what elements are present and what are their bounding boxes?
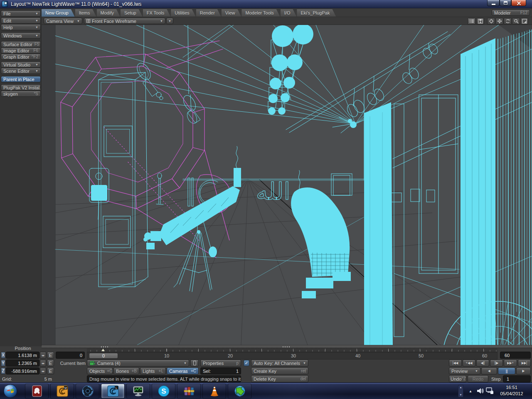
pan-view-button[interactable] (495, 18, 503, 25)
x-envelope-button[interactable]: E (47, 352, 54, 359)
undo-button[interactable]: Undo ^Z (449, 375, 466, 382)
play-forward-button[interactable]: ▶ (516, 367, 531, 374)
sidebar-item-image-editor[interactable]: Image EditorF6 (1, 47, 41, 54)
taskbar-app-system-monitor[interactable] (126, 384, 150, 399)
redo-button[interactable]: Redo (468, 375, 488, 382)
timeline[interactable]: 10 20 30 40 50 60 0 (87, 348, 498, 360)
sidebar-item-scene-editor[interactable]: Scene Editor▼ (1, 68, 41, 74)
center-view-button[interactable] (487, 18, 495, 25)
tab-setup[interactable]: Setup (121, 9, 143, 17)
z-axis-button[interactable]: Z (1, 367, 5, 374)
sidebar-item-virtual-studio[interactable]: Virtual Studio▼ (1, 62, 41, 68)
lights-button[interactable]: Lights+L (140, 367, 166, 374)
z-value-field[interactable]: -588.916mm (6, 367, 39, 374)
bones-button[interactable]: Bones+B (113, 367, 139, 374)
next-frame-button[interactable]: ||▶ (490, 360, 503, 367)
show-hidden-icons-button[interactable]: ▲ (466, 387, 475, 395)
sidebar-item-plugpak-install[interactable]: PlugPak V2 Instal... (1, 84, 41, 91)
x-axis-button[interactable]: X (1, 352, 5, 359)
timeline-scrub-handle[interactable]: 0 (89, 353, 118, 359)
tick-label: 50 (419, 352, 424, 359)
start-button[interactable] (2, 383, 18, 399)
lightwave-layout-window: Layout™ NewTek LightWave™ 11.0 (Win64) -… (0, 0, 532, 399)
taskbar-app-screen-recorder[interactable] (76, 384, 99, 399)
maximize-button[interactable] (500, 0, 511, 6)
network-icon[interactable] (485, 387, 494, 395)
volume-icon[interactable] (476, 387, 484, 395)
tray-clock[interactable]: 16:51 05/04/2012 (494, 384, 530, 397)
skygen-shortcut: *S (34, 91, 38, 96)
properties-button[interactable]: Properties p (200, 360, 241, 367)
tab-modeler-tools[interactable]: Modeler Tools (241, 9, 280, 17)
item-list-toggle-button[interactable] (190, 360, 199, 367)
viewport-save-button[interactable] (476, 18, 484, 25)
tab-io[interactable]: I/O (281, 9, 297, 17)
tab-view[interactable]: View (222, 9, 241, 17)
lightwave-app-icon[interactable] (2, 1, 8, 7)
menu-file[interactable]: File▼ (1, 10, 41, 17)
tab-new-group[interactable]: New Group (42, 9, 75, 17)
previous-key-button[interactable]: +◀◀ (463, 360, 475, 367)
rotate-view-button[interactable] (504, 18, 512, 25)
taskbar-app-vlc[interactable] (202, 384, 226, 399)
close-button[interactable] (511, 0, 526, 6)
minimize-button[interactable] (487, 0, 500, 6)
x-spinner[interactable]: ◀▶ (40, 352, 46, 359)
y-value-field[interactable]: 1.2365 m (6, 360, 39, 367)
tab-items[interactable]: Items (75, 9, 96, 17)
sidebar-item-surface-editor[interactable]: Surface EditorF5 (1, 41, 41, 47)
modeler-button[interactable]: Modeler F12 (492, 10, 530, 16)
sidebar-item-skygen[interactable]: skygen*S (1, 91, 41, 97)
z-spinner[interactable]: ◀▶ (40, 367, 46, 374)
next-key-button[interactable]: ▶▶+ (504, 360, 517, 367)
delete-key-button[interactable]: Delete Key del (251, 375, 308, 382)
timeline-track[interactable]: 10 20 30 40 50 60 0 (87, 352, 498, 360)
taskbar-app-lightwave-layout[interactable]: L (101, 384, 125, 399)
sidebar-item-parent-in-place[interactable]: Parent in Place (1, 76, 41, 82)
current-frame-field[interactable]: 0 (56, 352, 85, 359)
create-key-button[interactable]: Create Key ret (251, 367, 308, 374)
menu-help[interactable]: Help▼ (1, 24, 41, 30)
cameras-button[interactable]: Cameras+C (167, 367, 199, 374)
fit-view-button[interactable] (520, 18, 528, 25)
step-field[interactable]: 1 (503, 375, 531, 382)
taskbar-app-idm[interactable] (228, 384, 251, 399)
auto-key-checkbox[interactable]: ✓ (244, 360, 249, 366)
tab-ekis-plugpak[interactable]: Eki's_PlugPak (297, 9, 336, 17)
tab-fx-tools[interactable]: FX Tools (143, 9, 171, 17)
taskbar-app-winrar[interactable] (177, 384, 201, 399)
menu-windows[interactable]: Windows▼ (1, 32, 41, 39)
taskbar-app-media-player[interactable] (25, 384, 49, 399)
previous-frame-button[interactable]: ◀|| (476, 360, 489, 367)
objects-button[interactable]: Objects+O (87, 367, 113, 374)
tab-utilities[interactable]: Utilities (171, 9, 195, 17)
end-frame-field[interactable]: 60 (500, 352, 531, 359)
viewport-options-dropdown[interactable]: ▼ (166, 18, 173, 24)
render-mode-dropdown[interactable]: Front Face Wireframe ▼ (84, 18, 165, 24)
zoom-view-button[interactable] (512, 18, 520, 25)
tray-scroll-control[interactable]: ▲ ▼ (458, 385, 463, 397)
view-mode-dropdown[interactable]: Camera View ▼ (44, 18, 82, 24)
go-to-end-button[interactable]: ▶▶| (518, 360, 531, 367)
panel-divider[interactable] (42, 345, 532, 348)
go-to-start-button[interactable]: |◀◀ (449, 360, 462, 367)
preview-dropdown[interactable]: Preview ▼ (449, 367, 480, 374)
y-envelope-button[interactable]: E (47, 360, 54, 367)
viewport-list-button[interactable] (468, 18, 475, 25)
tab-modify[interactable]: Modify (97, 9, 120, 17)
pause-button[interactable]: || (498, 367, 515, 374)
taskbar-app-skype[interactable]: S (152, 384, 175, 399)
current-item-dropdown[interactable]: Camera (4) ▼ (87, 360, 189, 367)
sidebar-item-graph-editor[interactable]: Graph Editor^F2 (1, 54, 41, 60)
timeline-ruler[interactable] (87, 348, 498, 352)
taskbar-app-lightwave-modeler[interactable]: M (50, 384, 74, 399)
z-envelope-button[interactable]: E (47, 367, 54, 374)
x-value-field[interactable]: 1.6138 m (6, 352, 39, 359)
y-spinner[interactable]: ◀▶ (40, 360, 46, 367)
auto-key-dropdown[interactable]: Auto Key: All Channels ▼ (251, 360, 308, 367)
tab-render[interactable]: Render (196, 9, 221, 17)
viewport[interactable]: .wl{stroke:var(--wire-cyan);fill:none;st… (42, 25, 532, 345)
play-reverse-button[interactable]: ◀ (481, 367, 497, 374)
menu-edit[interactable]: Edit▼ (1, 17, 41, 24)
y-axis-button[interactable]: Y (1, 360, 5, 367)
